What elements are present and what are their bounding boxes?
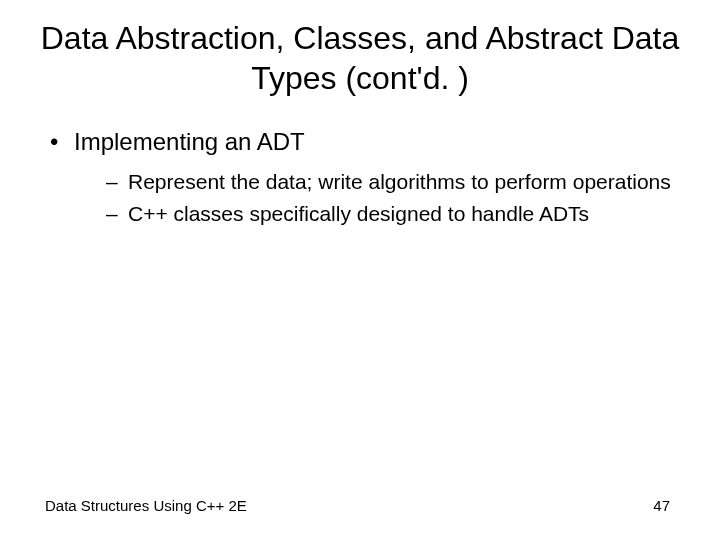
bullet-level2: C++ classes specifically designed to han… xyxy=(106,200,690,227)
slide-title: Data Abstraction, Classes, and Abstract … xyxy=(30,18,690,98)
slide-content: Implementing an ADT Represent the data; … xyxy=(30,126,690,227)
slide-footer: Data Structures Using C++ 2E 47 xyxy=(45,497,670,514)
slide: Data Abstraction, Classes, and Abstract … xyxy=(0,0,720,540)
footer-source: Data Structures Using C++ 2E xyxy=(45,497,247,514)
sub-bullet-list: Represent the data; write algorithms to … xyxy=(50,168,690,227)
bullet-level1: Implementing an ADT xyxy=(50,126,690,158)
bullet-level2: Represent the data; write algorithms to … xyxy=(106,168,690,195)
page-number: 47 xyxy=(653,497,670,514)
